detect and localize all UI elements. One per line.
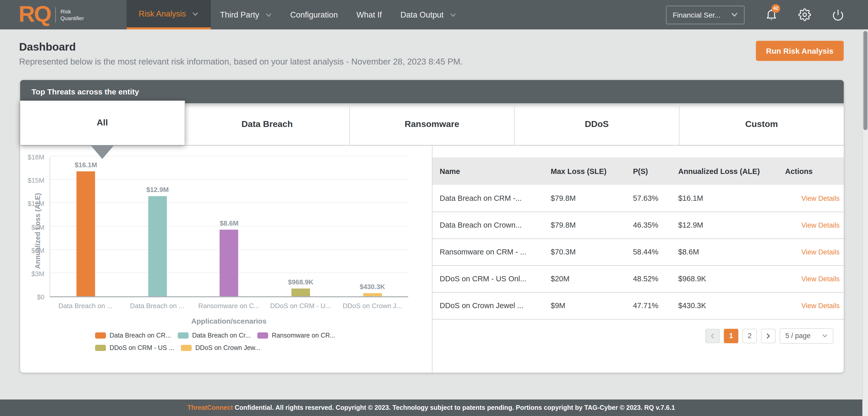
- topbar-right: Financial Ser... 42: [666, 0, 868, 29]
- tab-ransomware[interactable]: Ransomware: [350, 103, 515, 145]
- legend-item[interactable]: DDoS on CRM - US ...: [95, 344, 174, 351]
- bar-slot: $12.9M: [122, 186, 193, 296]
- x-tick-label: Data Breach on ...: [50, 302, 121, 310]
- legend-item[interactable]: DDoS on Crown Jew...: [181, 344, 260, 351]
- view-details-link[interactable]: View Details: [801, 248, 840, 256]
- footer: ThreatConnect Confidential. All rights r…: [0, 400, 862, 416]
- cell-name: DDoS on Crown Jewel ...: [432, 292, 544, 319]
- bar-ransomware-on-c[interactable]: [220, 230, 239, 296]
- bar-ddos-on-crown-j[interactable]: [363, 293, 381, 296]
- legend-swatch: [95, 345, 106, 351]
- view-details-link[interactable]: View Details: [801, 221, 840, 229]
- nav-item-label: Third Party: [220, 10, 259, 20]
- legend-item[interactable]: Ransomware on CR...: [257, 332, 335, 339]
- bar-data-breach-on[interactable]: [77, 171, 95, 296]
- active-tab-pointer: [90, 145, 114, 159]
- page-2-button[interactable]: 2: [742, 328, 757, 343]
- chevron-down-icon: [192, 12, 198, 16]
- footer-text: Confidential. All rights reserved. Copyr…: [233, 404, 675, 411]
- chart-legend: Data Breach on CR...Data Breach on Cr...…: [95, 332, 408, 351]
- bar-data-breach-on[interactable]: [148, 196, 167, 296]
- legend-swatch: [257, 333, 268, 339]
- page-next-button[interactable]: [761, 328, 776, 343]
- y-tick: $6M: [23, 246, 44, 254]
- cell-name: Ransomware on CRM - ...: [432, 238, 544, 265]
- chevron-right-icon: [766, 333, 770, 339]
- tab-custom[interactable]: Custom: [679, 103, 844, 145]
- table-row: DDoS on Crown Jewel ...$9M47.71%$430.3KV…: [432, 292, 844, 319]
- bar-slot: $16.1M: [50, 161, 122, 296]
- bar-slot: $968.9K: [265, 278, 337, 296]
- tab-all[interactable]: All: [20, 101, 185, 145]
- cell-actions: View Details: [778, 265, 844, 292]
- x-tick-label: DDoS on CRM - U...: [265, 302, 337, 310]
- cell-ale: $12.9M: [671, 212, 778, 238]
- nav-item-data-output[interactable]: Data Output: [391, 0, 465, 29]
- chevron-down-icon: [731, 12, 738, 17]
- table-header-row: NameMax Loss (SLE)P(S)Annualized Loss (A…: [432, 158, 844, 185]
- nav-item-third-party[interactable]: Third Party: [211, 0, 281, 29]
- page-1-button[interactable]: 1: [724, 328, 738, 343]
- app-root: RQ Risk Quantifier Risk AnalysisThird Pa…: [0, 0, 868, 416]
- column-header-name: Name: [432, 158, 544, 185]
- gear-icon: [798, 8, 811, 21]
- cell-ale: $430.3K: [671, 292, 778, 319]
- logo-text: RQ: [19, 2, 51, 27]
- tab-ddos[interactable]: DDoS: [515, 103, 679, 145]
- tab-label: DDoS: [585, 119, 609, 129]
- cell-actions: View Details: [778, 238, 844, 265]
- cell-ps: 58.44%: [626, 238, 671, 265]
- tab-data-breach[interactable]: Data Breach: [185, 103, 350, 145]
- legend-label: Ransomware on CR...: [272, 332, 335, 339]
- logout-button[interactable]: [832, 8, 844, 21]
- view-details-link[interactable]: View Details: [801, 302, 840, 310]
- column-header-actions: Actions: [778, 158, 844, 185]
- bar-slot: $8.6M: [193, 219, 265, 296]
- y-tick: $12M: [23, 200, 44, 208]
- settings-button[interactable]: [798, 8, 811, 21]
- column-header-max-loss-sle: Max Loss (SLE): [544, 158, 626, 185]
- cell-max-loss: $79.8M: [544, 212, 626, 238]
- entity-select[interactable]: Financial Ser...: [666, 5, 745, 24]
- legend-item[interactable]: Data Breach on CR...: [95, 332, 171, 339]
- notifications-button[interactable]: 42: [765, 8, 778, 22]
- page-scrollbar[interactable]: [862, 29, 868, 416]
- page-prev-button[interactable]: [705, 328, 720, 343]
- chevron-left-icon: [710, 333, 715, 339]
- cell-ps: 47.71%: [626, 292, 671, 319]
- bar-value-label: $968.9K: [288, 278, 313, 286]
- y-axis-ticks: $0$3M$6M$9M$12M$15M$18M: [23, 158, 50, 297]
- view-details-link[interactable]: View Details: [801, 195, 840, 202]
- page-size-select[interactable]: 5 / page: [780, 328, 833, 344]
- nav-item-label: Data Output: [400, 10, 443, 20]
- y-tick: $0: [23, 293, 44, 301]
- cell-name: DDoS on CRM - US Onl...: [432, 265, 544, 292]
- cell-name: Data Breach on Crown...: [432, 212, 544, 238]
- run-risk-analysis-button[interactable]: Run Risk Analysis: [755, 41, 844, 61]
- page-header: Dashboard Represented below is the most …: [0, 29, 868, 67]
- table-row: Data Breach on CRM -...$79.8M57.63%$16.1…: [432, 185, 844, 212]
- chevron-down-icon: [450, 13, 456, 17]
- cell-actions: View Details: [778, 292, 844, 319]
- legend-swatch: [178, 333, 189, 339]
- legend-item[interactable]: Data Breach on Cr...: [178, 332, 251, 339]
- app-logo[interactable]: RQ Risk Quantifier: [19, 0, 84, 29]
- view-details-link[interactable]: View Details: [801, 275, 840, 283]
- legend-label: Data Breach on CR...: [110, 332, 171, 339]
- top-threats-panel: Top Threats across the entity AllData Br…: [20, 80, 844, 373]
- plot-area: $16.1M$12.9M$8.6M$968.9K$430.3K: [50, 158, 408, 297]
- nav-item-label: Risk Analysis: [139, 9, 186, 18]
- nav-item-what-if[interactable]: What If: [347, 0, 391, 29]
- table-row: Data Breach on Crown...$79.8M46.35%$12.9…: [432, 212, 844, 238]
- panel-body: Annualized Loss (ALE) $0$3M$6M$9M$12M$15…: [20, 145, 844, 373]
- nav-item-configuration[interactable]: Configuration: [281, 0, 347, 29]
- cell-ale: $968.9K: [671, 265, 778, 292]
- cell-name: Data Breach on CRM -...: [432, 185, 544, 212]
- cell-ale: $8.6M: [671, 238, 778, 265]
- nav-item-risk-analysis[interactable]: Risk Analysis: [126, 0, 211, 29]
- cell-max-loss: $9M: [544, 292, 626, 319]
- bar-value-label: $8.6M: [220, 219, 239, 227]
- page-subtitle: Represented below is the most relevant r…: [19, 57, 463, 67]
- scrollbar-thumb[interactable]: [863, 31, 867, 130]
- bar-ddos-on-crm-u[interactable]: [291, 289, 310, 296]
